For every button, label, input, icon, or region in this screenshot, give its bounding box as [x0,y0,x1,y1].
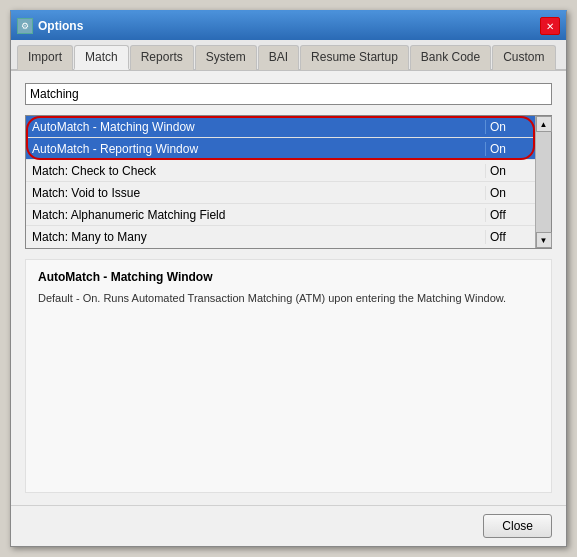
row-name: Match: Void to Issue [26,186,485,200]
tab-custom[interactable]: Custom [492,45,555,70]
tab-match[interactable]: Match [74,45,129,70]
table-row[interactable]: Match: Check to Check On [26,160,535,182]
window-icon: ⚙ [17,18,33,34]
options-window: ⚙ Options ✕ Import Match Reports System … [10,10,567,547]
description-box: AutoMatch - Matching Window Default - On… [25,259,552,493]
footer: Close [11,505,566,546]
row-value: On [485,120,535,134]
close-button[interactable]: Close [483,514,552,538]
row-value: On [485,164,535,178]
matching-dropdown[interactable]: Matching [25,83,552,105]
tab-system[interactable]: System [195,45,257,70]
table-main: AutoMatch - Matching Window On AutoMatch… [26,116,535,248]
table-scrollbar[interactable]: ▲ ▼ [535,116,551,248]
tab-bai[interactable]: BAI [258,45,299,70]
tab-import[interactable]: Import [17,45,73,70]
table-row[interactable]: AutoMatch - Reporting Window On [26,138,535,160]
row-value: On [485,186,535,200]
table-wrapper: AutoMatch - Matching Window On AutoMatch… [25,115,552,249]
tab-bar: Import Match Reports System BAI Resume S… [11,40,566,71]
tab-content: Matching AutoMatch - Matching Window On … [11,71,566,505]
table-row[interactable]: Match: Void to Issue On [26,182,535,204]
row-value: Off [485,230,535,244]
row-value: On [485,142,535,156]
row-name: AutoMatch - Reporting Window [26,142,485,156]
table-row[interactable]: Match: Alphanumeric Matching Field Off [26,204,535,226]
row-name: Match: Many to Many [26,230,485,244]
tab-reports[interactable]: Reports [130,45,194,70]
table-row[interactable]: AutoMatch - Matching Window On [26,116,535,138]
row-name: AutoMatch - Matching Window [26,120,485,134]
table-row[interactable]: Match: Many to Many Off [26,226,535,248]
title-bar: ⚙ Options ✕ [11,12,566,40]
description-title: AutoMatch - Matching Window [38,270,539,284]
window-title: Options [38,19,83,33]
row-name: Match: Alphanumeric Matching Field [26,208,485,222]
row-name: Match: Check to Check [26,164,485,178]
options-table: AutoMatch - Matching Window On AutoMatch… [25,115,552,249]
description-text: Default - On. Runs Automated Transaction… [38,290,539,307]
tab-resume-startup[interactable]: Resume Startup [300,45,409,70]
scroll-down-arrow[interactable]: ▼ [536,232,552,248]
scroll-up-arrow[interactable]: ▲ [536,116,552,132]
tab-bank-code[interactable]: Bank Code [410,45,491,70]
title-bar-left: ⚙ Options [17,18,83,34]
row-value: Off [485,208,535,222]
window-close-button[interactable]: ✕ [540,17,560,35]
dropdown-row: Matching [25,83,552,105]
